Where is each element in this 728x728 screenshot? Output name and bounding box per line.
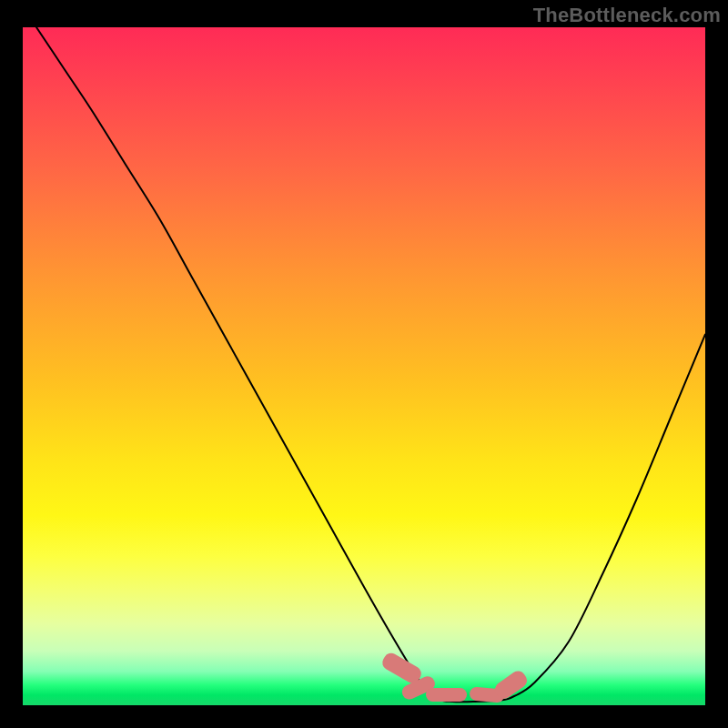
bottleneck-curve	[36, 27, 705, 702]
curve-marker	[426, 688, 467, 702]
plot-area	[23, 27, 705, 705]
chart-stage: TheBottleneck.com	[0, 0, 728, 728]
watermark-text: TheBottleneck.com	[533, 4, 721, 27]
curve-svg	[23, 27, 705, 710]
